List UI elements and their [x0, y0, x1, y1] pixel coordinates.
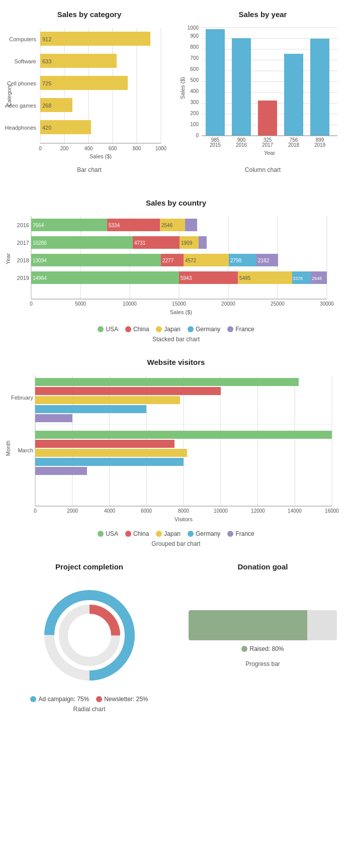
y-axis-label-year: Sales ($): [180, 77, 186, 99]
donation-goal-title: Donation goal: [179, 562, 347, 571]
svg-text:0: 0: [39, 146, 42, 151]
legend-dot-usa: [98, 326, 104, 332]
radial-legend-newsletter: Newsletter: 25%: [96, 696, 148, 703]
svg-text:2016: 2016: [236, 142, 247, 148]
col-2015: [206, 29, 225, 136]
legend-item-usa: USA: [98, 326, 118, 333]
cat-label-cellphones: Cell phones: [7, 80, 37, 86]
sales-by-category-svg: Category 912 Computers 633 Software: [5, 23, 171, 163]
wv-legend-france: France: [227, 530, 254, 537]
wv-label-china: China: [133, 530, 149, 537]
svg-text:600: 600: [190, 66, 199, 72]
bar-feb-germany: [35, 405, 146, 413]
svg-text:200: 200: [190, 111, 199, 116]
svg-text:2000: 2000: [67, 508, 78, 514]
svg-text:4000: 4000: [104, 508, 116, 514]
svg-text:500: 500: [190, 77, 199, 83]
svg-text:0: 0: [196, 133, 199, 138]
bar-mar-china: [35, 440, 174, 448]
svg-text:2277: 2277: [162, 258, 174, 263]
svg-text:2019: 2019: [314, 142, 326, 148]
bar-2018-usa: [31, 254, 161, 266]
bar-label-cellphones: 725: [42, 80, 51, 86]
project-completion-label: Radial chart: [5, 706, 173, 713]
website-visitors-svg: Month February: [5, 370, 347, 526]
svg-text:February: February: [11, 395, 34, 401]
svg-text:2017: 2017: [262, 142, 274, 148]
legend-dot-japan: [156, 326, 162, 332]
svg-text:2018: 2018: [17, 257, 29, 263]
col-2016: [232, 38, 251, 136]
website-visitors-label: Grouped bar chart: [5, 540, 347, 547]
svg-text:0: 0: [30, 301, 33, 307]
legend-label-germany: Germany: [196, 326, 220, 333]
x-axis-label-visitors: Visitors: [174, 516, 193, 522]
wv-label-germany: Germany: [196, 530, 220, 537]
sales-by-country-legend: USA China Japan Germany France: [5, 326, 347, 333]
svg-text:16000: 16000: [325, 508, 339, 514]
svg-text:20000: 20000: [221, 301, 235, 307]
svg-text:2017: 2017: [17, 240, 29, 246]
x-axis-label-category: Sales ($): [90, 153, 112, 159]
wv-dot-france: [227, 531, 233, 537]
svg-text:14000: 14000: [288, 508, 302, 514]
radial-dot-ad: [30, 696, 36, 702]
svg-text:5334: 5334: [109, 223, 120, 228]
svg-text:10000: 10000: [123, 301, 137, 307]
radial-dot-newsletter: [96, 696, 102, 702]
legend-dot-france: [227, 326, 233, 332]
bar-software: [40, 54, 117, 68]
col-2017: [258, 101, 277, 136]
cat-label-videogames: Video games: [5, 103, 36, 109]
svg-text:600: 600: [109, 146, 117, 151]
svg-text:2798: 2798: [230, 258, 242, 263]
svg-text:2015: 2015: [210, 142, 221, 148]
wv-dot-germany: [188, 531, 194, 537]
svg-text:1000: 1000: [188, 25, 199, 31]
svg-text:1000: 1000: [155, 146, 167, 151]
wv-legend-germany: Germany: [188, 530, 220, 537]
progress-bar-fill: [189, 610, 307, 640]
bar-feb-france: [35, 414, 72, 422]
legend-item-china: China: [125, 326, 149, 333]
legend-dot-germany: [188, 326, 194, 332]
sales-by-category-chart: Sales by category Category 912 Computers: [5, 10, 173, 173]
bar-label-software: 633: [42, 58, 51, 64]
legend-item-japan: Japan: [156, 326, 181, 333]
svg-text:30000: 30000: [320, 301, 334, 307]
legend-label-china: China: [133, 326, 149, 333]
wv-legend-japan: Japan: [156, 530, 181, 537]
bar-feb-china: [35, 387, 221, 395]
sales-by-year-svg: Sales ($) 0 100 200 300 400: [179, 23, 344, 163]
bar-computers: [40, 32, 150, 46]
bar-label-computers: 912: [42, 36, 51, 42]
legend-label-japan: Japan: [164, 326, 181, 333]
donation-dot-raised: [241, 646, 247, 652]
wv-dot-china: [125, 531, 131, 537]
svg-text:2546: 2546: [161, 223, 173, 228]
svg-text:400: 400: [190, 88, 199, 94]
wv-label-france: France: [235, 530, 254, 537]
website-visitors-section: Website visitors Month: [5, 358, 347, 547]
radial-label-ad: Ad campaign: 75%: [38, 696, 89, 703]
donation-goal-label: Progress bar: [179, 660, 347, 667]
y-axis-label-visitors: Month: [5, 441, 11, 456]
svg-text:300: 300: [190, 100, 199, 105]
svg-text:100: 100: [190, 122, 199, 127]
svg-text:800: 800: [190, 44, 199, 50]
y-axis-label-country: Year: [5, 253, 11, 265]
bar-2016-france: [185, 219, 197, 231]
col-2018: [284, 54, 303, 136]
bar-2019-usa: [31, 271, 179, 284]
sales-by-country-section: Sales by country Year 7664 5334 2546: [5, 199, 347, 343]
legend-label-usa: USA: [106, 326, 118, 333]
donation-legend-raised: Raised: 80%: [241, 645, 284, 652]
project-completion-title: Project completion: [5, 562, 173, 571]
row-charts-1: Sales by category Category 912 Computers: [5, 10, 347, 188]
bar-2017-france: [199, 236, 207, 249]
svg-text:400: 400: [84, 146, 93, 151]
progress-bar-container: [189, 610, 337, 640]
bar-label-videogames: 268: [42, 103, 51, 109]
radial-legend: Ad campaign: 75% Newsletter: 25%: [5, 696, 173, 703]
svg-text:10000: 10000: [214, 508, 228, 514]
